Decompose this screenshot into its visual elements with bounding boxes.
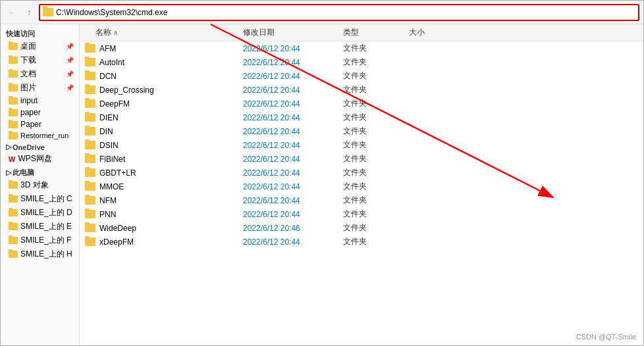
file-name-text: FiBiNet: [99, 155, 125, 164]
table-row[interactable]: Deep_Crossing 2022/6/12 20:44 文件夹: [80, 83, 643, 97]
sidebar-item-3d[interactable]: 3D 对象: [1, 178, 79, 192]
file-name-text: DSIN: [99, 141, 119, 150]
file-type-cell: 文件夹: [343, 209, 409, 220]
file-name-text: DCN: [99, 72, 117, 81]
file-date-cell: 2022/6/12 20:44: [238, 113, 343, 122]
watermark: CSDN @QT-Smile: [576, 333, 636, 341]
file-date-cell: 2022/6/12 20:44: [238, 155, 343, 164]
file-name-cell: AutoInt: [80, 58, 238, 67]
folder-icon: [85, 99, 95, 108]
sidebar-item-smile-h[interactable]: SMILE_上的 H: [1, 247, 79, 261]
sidebar-item-label: Restormer_run: [20, 132, 68, 139]
file-date-cell: 2022/6/12 20:44: [238, 127, 343, 136]
table-row[interactable]: DIEN 2022/6/12 20:44 文件夹: [80, 111, 643, 124]
file-date-cell: 2022/6/12 20:44: [238, 182, 343, 191]
file-list-area: 名称 ∧ 修改日期 类型 大小 AFM 2022/6/12 20:44: [80, 24, 643, 345]
sidebar-item-label: 图片: [20, 82, 36, 93]
folder-icon: [85, 113, 95, 122]
file-name-text: Deep_Crossing: [99, 86, 154, 95]
sidebar-item-paper-lower[interactable]: paper: [1, 107, 79, 118]
folder-icon: [9, 97, 18, 105]
sidebar-item-label: paper: [20, 108, 41, 117]
file-type-cell: 文件夹: [343, 167, 409, 178]
folder-icon: [85, 168, 95, 177]
file-date-cell: 2022/6/12 20:44: [238, 58, 343, 67]
table-row[interactable]: GBDT+LR 2022/6/12 20:44 文件夹: [80, 166, 643, 180]
table-row[interactable]: MMOE 2022/6/12 20:44 文件夹: [80, 180, 643, 193]
sidebar-item-desktop[interactable]: 桌面 📌: [1, 39, 79, 53]
file-name-cell: WideDeep: [80, 224, 238, 233]
up-button[interactable]: ↑: [22, 5, 36, 20]
folder-icon: [9, 182, 18, 189]
back-button[interactable]: ←: [5, 5, 19, 20]
sidebar-item-smile-e[interactable]: SMILE_上的 E: [1, 220, 79, 234]
sidebar-item-paper-upper[interactable]: Paper: [1, 118, 79, 130]
folder-icon: [43, 8, 53, 16]
file-type-cell: 文件夹: [343, 70, 409, 82]
sidebar-item-label: SMILE_上的 H: [20, 249, 72, 260]
col-header-type[interactable]: 类型: [343, 27, 409, 38]
folder-icon: [9, 251, 18, 258]
sidebar-item-pictures[interactable]: 图片 📌: [1, 81, 79, 95]
sidebar-item-smile-c[interactable]: SMILE_上的 C: [1, 192, 79, 206]
column-headers: 名称 ∧ 修改日期 类型 大小: [80, 24, 643, 41]
file-date-cell: 2022/6/12 20:44: [238, 72, 343, 81]
col-header-size[interactable]: 大小: [409, 27, 462, 38]
folder-icon: [85, 72, 95, 80]
sidebar-item-smile-f[interactable]: SMILE_上的 F: [1, 234, 79, 247]
onedrive-header[interactable]: ▷ OneDrive: [1, 141, 79, 152]
table-row[interactable]: AFM 2022/6/12 20:44 文件夹: [80, 41, 643, 55]
file-type-cell: 文件夹: [343, 57, 409, 68]
sidebar-item-restormer[interactable]: Restormer_run: [1, 130, 79, 141]
sidebar-item-downloads[interactable]: 下载 📌: [1, 53, 79, 67]
sidebar-item-smile-d[interactable]: SMILE_上的 D: [1, 206, 79, 220]
table-row[interactable]: DIN 2022/6/12 20:44 文件夹: [80, 124, 643, 138]
col-header-name[interactable]: 名称 ∧: [80, 27, 238, 38]
file-date-cell: 2022/6/12 20:44: [238, 44, 343, 53]
file-name-cell: DSIN: [80, 141, 238, 150]
sidebar-item-documents[interactable]: 文档 📌: [1, 67, 79, 81]
table-row[interactable]: FiBiNet 2022/6/12 20:44 文件夹: [80, 152, 643, 166]
pin-icon: 📌: [66, 43, 74, 50]
folder-icon: [85, 182, 95, 191]
file-type-cell: 文件夹: [343, 195, 409, 206]
address-text: C:\Windows\System32\cmd.exe: [56, 8, 635, 17]
sidebar-item-label: 桌面: [20, 41, 36, 52]
folder-icon: [9, 132, 18, 139]
file-type-cell: 文件夹: [343, 112, 409, 123]
col-header-date[interactable]: 修改日期: [238, 27, 343, 38]
file-date-cell: 2022/6/12 20:46: [238, 224, 343, 233]
file-date-cell: 2022/6/12 20:44: [238, 168, 343, 178]
file-name-text: MMOE: [99, 182, 124, 191]
file-name-text: AutoInt: [99, 58, 124, 67]
pc-header[interactable]: ▷ 此电脑: [1, 166, 79, 178]
folder-icon: [9, 43, 18, 50]
folder-icon: [9, 195, 18, 203]
table-row[interactable]: NFM 2022/6/12 20:44 文件夹: [80, 193, 643, 207]
sidebar-item-wps[interactable]: W WPS网盘: [1, 152, 79, 166]
folder-icon: [85, 44, 95, 53]
sidebar-item-label: Paper: [20, 120, 41, 129]
wps-label: WPS网盘: [18, 153, 51, 164]
folder-icon: [9, 237, 18, 244]
file-type-cell: 文件夹: [343, 98, 409, 109]
file-type-cell: 文件夹: [343, 43, 409, 54]
table-row[interactable]: DSIN 2022/6/12 20:44 文件夹: [80, 138, 643, 152]
file-name-text: NFM: [99, 196, 117, 205]
table-row[interactable]: WideDeep 2022/6/12 20:46 文件夹: [80, 221, 643, 235]
address-bar[interactable]: C:\Windows\System32\cmd.exe: [39, 4, 639, 21]
quick-access-header[interactable]: 快速访问: [1, 27, 79, 39]
file-name-text: PNN: [99, 210, 116, 219]
table-row[interactable]: AutoInt 2022/6/12 20:44 文件夹: [80, 55, 643, 69]
table-row[interactable]: PNN 2022/6/12 20:44 文件夹: [80, 207, 643, 221]
table-row[interactable]: DCN 2022/6/12 20:44 文件夹: [80, 69, 643, 83]
file-date-cell: 2022/6/12 20:44: [238, 141, 343, 150]
file-name-cell: DCN: [80, 72, 238, 81]
sidebar-item-label: SMILE_上的 C: [20, 193, 72, 205]
folder-icon: [85, 210, 95, 218]
folder-icon: [9, 223, 18, 230]
sidebar-item-input[interactable]: input: [1, 95, 79, 107]
table-row[interactable]: xDeepFM 2022/6/12 20:44 文件夹: [80, 235, 643, 249]
table-row[interactable]: DeepFM 2022/6/12 20:44 文件夹: [80, 97, 643, 111]
file-type-cell: 文件夹: [343, 181, 409, 192]
